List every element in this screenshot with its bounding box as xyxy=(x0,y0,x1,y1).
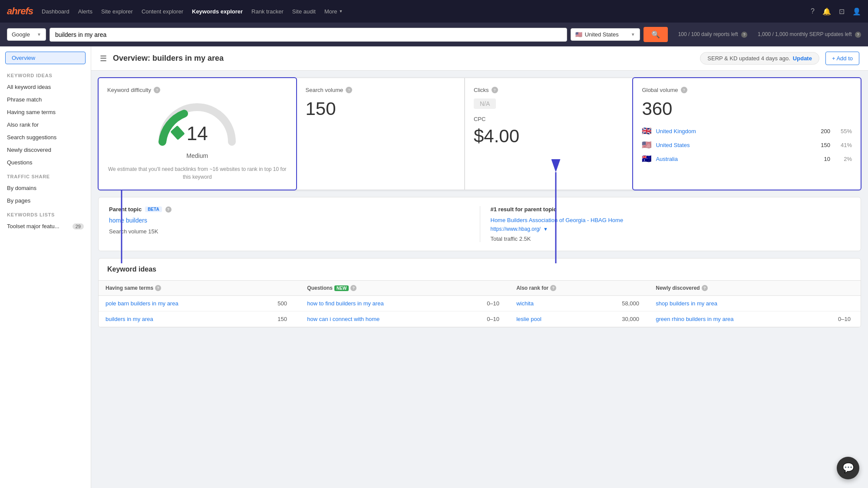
kd-level: Medium xyxy=(107,152,287,159)
nd-info-icon[interactable]: ? xyxy=(702,285,708,291)
metrics-row: Keyword difficulty ? 14 Medium W xyxy=(98,78,861,190)
kd-label: Keyword difficulty ? xyxy=(107,87,287,93)
cpc-value: $4.00 xyxy=(474,126,624,147)
clicks-na: N/A xyxy=(474,98,496,109)
term1-row2: builders in my area xyxy=(99,311,274,327)
uk-volume: 200 xyxy=(813,128,830,134)
parent-topic-right: #1 result for parent topic Home Builders… xyxy=(480,206,851,242)
uk-country-link[interactable]: United Kingdom xyxy=(656,128,809,134)
nav-dashboard[interactable]: Dashboard xyxy=(42,8,69,15)
term2-row2: how can i connect with home xyxy=(300,311,483,327)
sidebar-item-search-suggestions[interactable]: Search suggestions xyxy=(0,131,91,144)
term1-row2-link[interactable]: builders in my area xyxy=(106,316,153,322)
nav-site-explorer[interactable]: Site explorer xyxy=(101,8,133,15)
overview-tab[interactable]: Overview xyxy=(5,52,86,64)
q-info-icon[interactable]: ? xyxy=(350,285,356,291)
pt-info-icon[interactable]: ? xyxy=(165,206,172,213)
nav-content-explorer[interactable]: Content explorer xyxy=(142,8,183,15)
keyword-ideas-table: Having same terms ? Questions NEW ? xyxy=(99,281,861,327)
add-to-button[interactable]: + Add to xyxy=(825,52,859,65)
country-uk: 🇬🇧 United Kingdom 200 55% xyxy=(642,126,852,136)
global-volume-label: Global volume ? xyxy=(642,87,852,93)
page-title: Overview: builders in my area xyxy=(113,54,224,63)
term3-row1-link[interactable]: wichita xyxy=(516,300,534,307)
kd-info-icon[interactable]: ? xyxy=(154,87,160,93)
term3-row2-link[interactable]: leslie pool xyxy=(516,316,541,322)
sidebar-item-phrase-match[interactable]: Phrase match xyxy=(0,93,91,106)
url-dropdown-icon[interactable]: ▼ xyxy=(543,226,548,232)
term2-row2-link[interactable]: how can i connect with home xyxy=(307,316,380,322)
range4-row1 xyxy=(835,296,861,311)
term4-row1-link[interactable]: shop builders in my area xyxy=(656,300,717,307)
col-newly-discovered: Newly discovered ? xyxy=(649,281,835,296)
user-icon[interactable]: 👤 xyxy=(852,7,861,16)
col-hst-vol xyxy=(274,281,300,296)
term1-row1-link[interactable]: pole barn builders in my area xyxy=(106,300,178,307)
result-title-link[interactable]: Home Builders Association of Georgia - H… xyxy=(491,217,851,223)
keyword-ideas-section-title: KEYWORD IDEAS xyxy=(0,68,91,81)
us-country-link[interactable]: United States xyxy=(656,142,809,148)
nav-alerts[interactable]: Alerts xyxy=(78,8,92,15)
nav-rank-tracker[interactable]: Rank tracker xyxy=(251,8,284,15)
sidebar-item-toolset[interactable]: Toolset major featu... 29 xyxy=(0,220,91,233)
clicks-info-icon[interactable]: ? xyxy=(492,87,498,93)
kd-value: 14 xyxy=(187,123,208,144)
hst-info-icon[interactable]: ? xyxy=(155,285,161,291)
search-input[interactable] xyxy=(50,28,567,42)
update-notice: SERP & KD updated 4 days ago. Update xyxy=(700,52,819,65)
table-row: builders in my area 150 how can i connec… xyxy=(99,311,861,327)
sidebar-item-newly-discovered[interactable]: Newly discovered xyxy=(0,144,91,156)
term4-row2: green rhino builders in my area xyxy=(649,311,835,327)
sidebar: Overview KEYWORD IDEAS All keyword ideas… xyxy=(0,46,91,488)
sidebar-item-questions[interactable]: Questions xyxy=(0,156,91,169)
us-pct: 41% xyxy=(835,142,852,148)
au-flag-icon: 🇦🇺 xyxy=(642,154,651,164)
gv-info-icon[interactable]: ? xyxy=(681,87,687,93)
parent-topic-section: Parent topic BETA ? home builders Search… xyxy=(98,197,861,251)
nav-keywords-explorer[interactable]: Keywords explorer xyxy=(192,8,243,15)
us-volume: 150 xyxy=(813,142,830,148)
search-volume-card: Search volume ? 150 xyxy=(297,78,465,190)
app-body: Overview KEYWORD IDEAS All keyword ideas… xyxy=(0,46,868,488)
country-dropdown[interactable]: 🇺🇸 United States ▼ xyxy=(571,28,640,41)
help-icon[interactable]: ? xyxy=(811,7,815,15)
result-url-link[interactable]: https://www.hbag.org/ xyxy=(491,226,541,232)
logo[interactable]: ahrefs xyxy=(7,6,33,17)
notification-icon[interactable]: 🔔 xyxy=(822,7,831,16)
vol1-row1: 500 xyxy=(274,296,300,311)
sidebar-item-by-pages[interactable]: By pages xyxy=(0,194,91,207)
menu-hamburger-icon[interactable]: ☰ xyxy=(100,54,107,63)
search-info: 100 / 100 daily reports left ? 1,000 / 1… xyxy=(678,31,861,38)
search-button[interactable]: 🔍 xyxy=(644,27,668,42)
nav-more[interactable]: More ▼ xyxy=(324,8,343,15)
window-icon[interactable]: ⊡ xyxy=(839,7,845,16)
sidebar-section-traffic-share: TRAFFIC SHARE By domains By pages xyxy=(0,169,91,207)
sidebar-item-all-keywords[interactable]: All keyword ideas xyxy=(0,81,91,93)
term4-row2-link[interactable]: green rhino builders in my area xyxy=(656,316,733,322)
sv-info-icon[interactable]: ? xyxy=(346,87,352,93)
monthly-info-icon[interactable]: ? xyxy=(855,32,861,38)
term2-row1-link[interactable]: how to find builders in my area xyxy=(307,300,383,307)
uk-pct: 55% xyxy=(835,128,852,134)
nav-site-audit[interactable]: Site audit xyxy=(292,8,316,15)
chat-button[interactable]: 💬 xyxy=(837,457,859,479)
top-nav: ahrefs Dashboard Alerts Site explorer Co… xyxy=(0,0,868,23)
search-volume-label: Search volume ? xyxy=(306,87,455,93)
col-nd-vol xyxy=(835,281,861,296)
sidebar-item-by-domains[interactable]: By domains xyxy=(0,182,91,194)
cpc-label: CPC xyxy=(474,116,624,122)
total-traffic: Total traffic 2.5K xyxy=(491,236,851,242)
sidebar-section-keyword-ideas: KEYWORD IDEAS All keyword ideas Phrase m… xyxy=(0,68,91,169)
parent-topic-link[interactable]: home builders xyxy=(109,217,480,224)
vol1-row2: 150 xyxy=(274,311,300,327)
new-badge: NEW xyxy=(334,285,349,291)
engine-dropdown[interactable]: Google ▼ xyxy=(7,28,46,41)
sidebar-item-having-same-terms[interactable]: Having same terms xyxy=(0,106,91,118)
update-link[interactable]: Update xyxy=(793,55,812,62)
sidebar-item-also-rank-for[interactable]: Also rank for xyxy=(0,118,91,131)
kd-card: Keyword difficulty ? 14 Medium W xyxy=(98,77,297,190)
us-flag-icon: 🇺🇸 xyxy=(575,31,582,38)
daily-info-icon[interactable]: ? xyxy=(741,32,747,38)
au-country-link[interactable]: Australia xyxy=(656,156,809,162)
arf-info-icon[interactable]: ? xyxy=(550,285,556,291)
